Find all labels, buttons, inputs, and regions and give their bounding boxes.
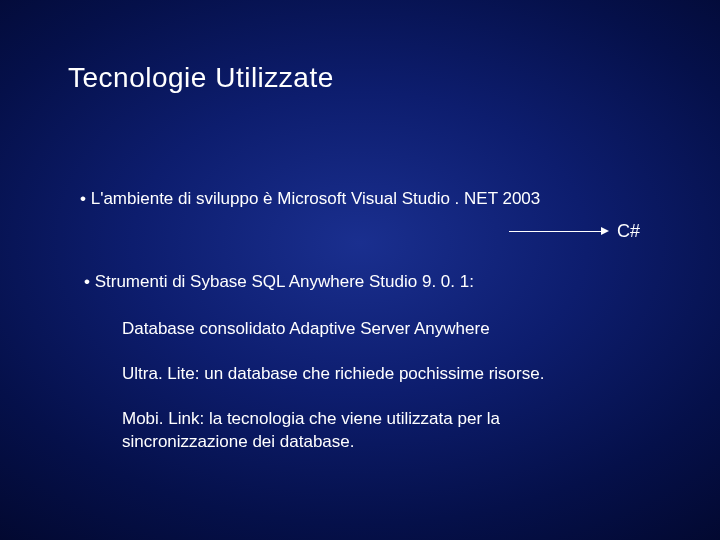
sub-ultralite: Ultra. Lite: un database che richiede po… (122, 363, 622, 386)
sub-adaptive-server: Database consolidato Adaptive Server Any… (122, 318, 622, 341)
sub-mobilink: Mobi. Link: la tecnologia che viene util… (122, 408, 622, 454)
csharp-label: C# (617, 219, 640, 243)
arrow-head-icon (601, 227, 609, 235)
slide: Tecnologie Utilizzate • L'ambiente di sv… (0, 0, 720, 540)
bullet-sybase: • Strumenti di Sybase SQL Anywhere Studi… (84, 271, 660, 294)
csharp-row: C# (80, 219, 640, 243)
bullet-environment: • L'ambiente di sviluppo è Microsoft Vis… (80, 188, 660, 211)
slide-content: • L'ambiente di sviluppo è Microsoft Vis… (80, 188, 660, 476)
arrow-line-icon (509, 231, 601, 232)
slide-title: Tecnologie Utilizzate (68, 62, 334, 94)
